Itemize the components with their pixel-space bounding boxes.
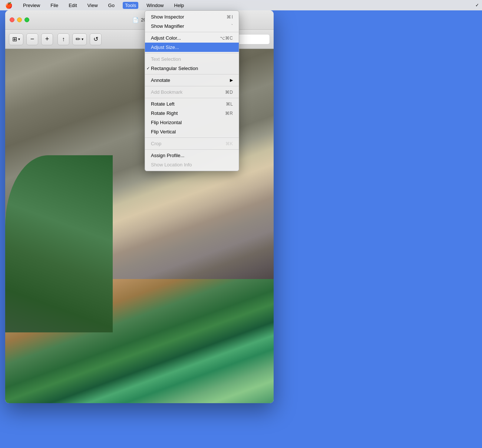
desktop: 🍎 Preview File Edit View Go Tools Window… <box>0 0 482 448</box>
rectangular-selection-label: Rectangular Selection <box>151 66 198 71</box>
traffic-lights <box>10 17 29 22</box>
menubar-go[interactable]: Go <box>106 2 117 9</box>
menubar-view[interactable]: View <box>85 2 100 9</box>
checkmark-icon: ✓ <box>146 66 150 71</box>
flip-horizontal-label: Flip Horizontal <box>151 120 182 125</box>
separator-3 <box>145 74 239 74</box>
view-icon: ⊞ <box>12 36 17 43</box>
crop-shortcut: ⌘K <box>225 141 233 146</box>
menu-item-show-inspector[interactable]: Show Inspector ⌘I <box>145 12 239 21</box>
flip-vertical-label: Flip Vertical <box>151 129 176 135</box>
menu-item-annotate[interactable]: Annotate ▶ <box>145 76 239 85</box>
menubar: 🍎 Preview File Edit View Go Tools Window… <box>0 0 482 10</box>
menu-item-show-location-info[interactable]: Show Location Info <box>145 160 239 169</box>
menubar-edit[interactable]: Edit <box>66 2 79 9</box>
annotate-label: Annotate <box>151 77 170 83</box>
adjust-color-label: Adjust Color... <box>151 35 181 41</box>
rotate-right-shortcut: ⌘R <box>225 111 233 116</box>
menu-item-add-bookmark[interactable]: Add Bookmark ⌘D <box>145 87 239 97</box>
menu-item-flip-vertical[interactable]: Flip Vertical <box>145 127 239 136</box>
show-magnifier-shortcut: ` <box>231 24 233 29</box>
assign-profile-label: Assign Profile... <box>151 153 184 158</box>
tools-dropdown-menu: Show Inspector ⌘I Show Magnifier ` Adjus… <box>145 10 239 171</box>
share-icon: ↑ <box>62 36 65 43</box>
menubar-file[interactable]: File <box>48 2 60 9</box>
checkmark-icon: ✓ <box>475 3 479 8</box>
show-inspector-shortcut: ⌘I <box>227 14 233 20</box>
rotate-right-label: Rotate Right <box>151 110 178 116</box>
zoom-out-button[interactable]: − <box>26 33 38 45</box>
menubar-help[interactable]: Help <box>172 2 186 9</box>
maximize-button[interactable] <box>24 17 29 22</box>
chevron-down-icon: ▾ <box>18 37 20 41</box>
zoom-out-icon: − <box>30 35 34 43</box>
text-selection-label: Text Selection <box>151 56 181 62</box>
menubar-window[interactable]: Window <box>144 2 166 9</box>
show-magnifier-label: Show Magnifier <box>151 23 184 29</box>
close-button[interactable] <box>10 17 14 22</box>
cmd-symbol: ⌘ <box>227 14 231 20</box>
markup-icon: ✏ <box>76 36 80 43</box>
show-location-info-label: Show Location Info <box>151 162 192 167</box>
zoom-in-button[interactable]: + <box>41 33 53 45</box>
view-button[interactable]: ⊞ ▾ <box>9 33 23 45</box>
crop-label: Crop <box>151 141 161 146</box>
markup-button[interactable]: ✏ ▾ <box>72 33 87 45</box>
menu-item-text-selection[interactable]: Text Selection <box>145 54 239 64</box>
menu-item-rotate-left[interactable]: Rotate Left ⌘L <box>145 99 239 109</box>
separator-4 <box>145 86 239 86</box>
menu-item-crop[interactable]: Crop ⌘K <box>145 139 239 148</box>
file-icon: 📄 <box>132 17 139 23</box>
adjust-size-label: Adjust Size... <box>151 44 179 50</box>
menubar-tools[interactable]: Tools <box>123 2 138 9</box>
show-inspector-label: Show Inspector <box>151 14 184 20</box>
menubar-right: ✓ <box>475 3 479 8</box>
menu-item-rotate-right[interactable]: Rotate Right ⌘R <box>145 109 239 118</box>
menu-item-assign-profile[interactable]: Assign Profile... <box>145 151 239 160</box>
share-button[interactable]: ↑ <box>57 33 69 45</box>
add-bookmark-shortcut: ⌘D <box>225 90 233 95</box>
menubar-preview[interactable]: Preview <box>21 2 42 9</box>
markup-chevron-icon: ▾ <box>82 37 83 41</box>
submenu-arrow-icon: ▶ <box>230 78 233 83</box>
apple-menu[interactable]: 🍎 <box>3 1 15 10</box>
rotate-icon: ↺ <box>93 36 98 43</box>
separator-2 <box>145 53 239 53</box>
menu-item-flip-horizontal[interactable]: Flip Horizontal <box>145 118 239 127</box>
minimize-button[interactable] <box>17 17 22 22</box>
rotate-left-label: Rotate Left <box>151 101 175 107</box>
separator-7 <box>145 149 239 150</box>
menu-item-adjust-color[interactable]: Adjust Color... ⌥⌘C <box>145 33 239 43</box>
adjust-color-shortcut: ⌥⌘C <box>220 36 233 41</box>
menu-item-adjust-size[interactable]: Adjust Size... <box>145 43 239 52</box>
photo-trees-layer <box>5 155 113 332</box>
rotate-button[interactable]: ↺ <box>90 33 102 45</box>
rotate-left-shortcut: ⌘L <box>226 102 233 107</box>
separator-5 <box>145 98 239 98</box>
zoom-in-icon: + <box>45 35 49 43</box>
separator-1 <box>145 32 239 32</box>
add-bookmark-label: Add Bookmark <box>151 89 182 95</box>
separator-6 <box>145 137 239 138</box>
menu-item-rectangular-selection[interactable]: ✓ Rectangular Selection <box>145 64 239 73</box>
menu-item-show-magnifier[interactable]: Show Magnifier ` <box>145 21 239 31</box>
